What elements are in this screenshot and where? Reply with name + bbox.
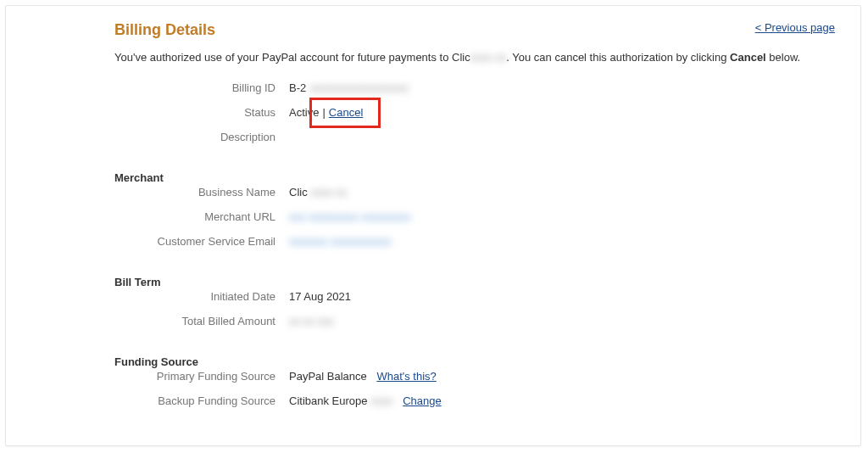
label-description: Description	[114, 131, 289, 143]
billing-details-card: Billing Details < Previous page You've a…	[5, 5, 861, 446]
value-initiated: 17 Aug 2021	[289, 290, 351, 303]
label-initiated: Initiated Date	[114, 290, 289, 303]
section-bill-term: Bill Term	[114, 276, 835, 288]
value-status: Active | Cancel	[289, 106, 363, 119]
label-billing-id: Billing ID	[114, 81, 289, 94]
label-backup-funding: Backup Funding Source	[114, 394, 289, 407]
label-total-billed: Total Billed Amount	[114, 315, 289, 327]
value-billing-id: B-2xxxxxxxxxxxxxxxxxx	[289, 81, 409, 94]
section-funding-source: Funding Source	[114, 355, 835, 368]
page-title: Billing Details	[114, 21, 215, 39]
change-link[interactable]: Change	[403, 394, 442, 407]
cancel-link[interactable]: Cancel	[329, 106, 363, 119]
value-merchant-url: xxx xxxxxxxxx xxxxxxxxx	[289, 210, 411, 223]
previous-page-link[interactable]: < Previous page	[755, 21, 835, 34]
value-primary-funding: PayPal Balance What's this?	[289, 370, 437, 383]
label-merchant-url: Merchant URL	[114, 210, 289, 223]
label-status: Status	[114, 106, 289, 119]
value-business-name: Clicxxxx xx	[289, 186, 347, 199]
whats-this-link[interactable]: What's this?	[376, 370, 436, 383]
value-backup-funding: Citibank Europexxxx Change	[289, 394, 442, 407]
label-business-name: Business Name	[114, 186, 289, 199]
section-merchant: Merchant	[114, 171, 835, 184]
intro-text: You've authorized use of your PayPal acc…	[114, 49, 835, 66]
value-cs-email: xxxxxxx xxxxxxxxxxx	[289, 235, 392, 248]
label-cs-email: Customer Service Email	[114, 235, 289, 248]
value-total-billed: xx xx xxx	[289, 315, 334, 327]
label-primary-funding: Primary Funding Source	[114, 370, 289, 383]
status-active-text: Active	[289, 106, 319, 119]
